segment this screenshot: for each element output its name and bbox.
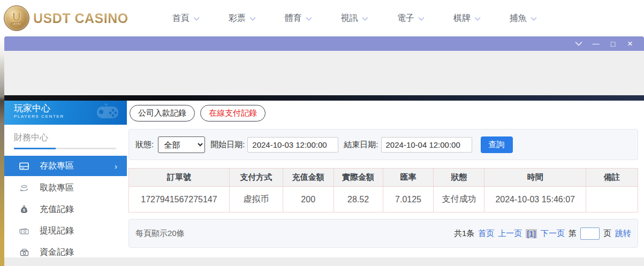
chevron-down-icon: [362, 17, 368, 21]
nav-item-slots[interactable]: 電子: [383, 13, 439, 24]
withdraw-hand-icon: [19, 184, 29, 192]
funds-record-icon: [19, 248, 29, 256]
window-content: 玩家中心 PLAYERS CENTER 財務中心: [4, 101, 644, 266]
prev-page-link[interactable]: 上一页: [498, 229, 522, 239]
menu-label: 提現記錄: [40, 225, 74, 237]
app-window: — □ × 玩家中心 PLAYERS CENTER: [4, 36, 644, 266]
cell-status: 支付成功: [434, 187, 484, 212]
nav-item-sports[interactable]: 體育: [270, 13, 327, 24]
menu-label: 充值記錄: [40, 204, 74, 215]
nav-label: 電子: [397, 13, 414, 24]
col-header-remark: 備註: [586, 169, 638, 187]
svg-text:$: $: [23, 208, 25, 212]
section-divider: [14, 148, 116, 149]
cell-actual-amount: 28.52: [334, 187, 383, 212]
menu-label: 存款專區: [40, 161, 74, 172]
start-date-label: 開始日期:: [210, 140, 245, 150]
main-menu: 首頁 彩票 體育 視訊 電子 棋牌 捕魚: [158, 13, 551, 24]
chevron-down-icon: [193, 17, 200, 21]
cell-time: 2024-10-03 15:46:07: [484, 187, 586, 212]
chevron-down-icon: [474, 17, 481, 21]
current-page-indicator: [1]: [526, 229, 537, 238]
gamepad-icon: [94, 103, 119, 121]
background-image-strip: [0, 36, 4, 266]
table-header-row: 訂單號 支付方式 充值金額 實際金額 匯率 狀態 時間 備註: [129, 169, 638, 187]
chevron-right-icon: ›: [115, 162, 117, 171]
nav-item-fishing[interactable]: 捕魚: [495, 13, 551, 24]
cell-recharge-amount: 200: [283, 187, 334, 212]
end-date-label: 結束日期:: [344, 140, 378, 150]
col-header-status: 狀態: [434, 169, 484, 187]
menu-label: 資金記錄: [40, 247, 74, 258]
chevron-down-icon: [531, 17, 537, 21]
col-header-time: 時間: [484, 169, 586, 187]
brand-logo[interactable]: U CASINO USDT CASINO: [4, 5, 128, 31]
window-minimize-icon[interactable]: —: [587, 36, 604, 51]
nav-label: 棋牌: [453, 13, 471, 24]
col-header-actual-amount: 實際金額: [334, 169, 383, 187]
pager: 共1条 首页 上一页 [1] 下一页 第 页 跳转: [454, 227, 631, 240]
jump-prefix-label: 第: [569, 229, 577, 239]
table-row: 1727941567275147 虚拟币 200 28.52 7.0125 支付…: [129, 187, 638, 212]
nav-label: 捕魚: [510, 13, 527, 24]
sidebar-menu: 存款專區 › 取款專區 $ 充值記錄: [4, 156, 127, 263]
window-maximize-icon[interactable]: □: [604, 36, 622, 51]
nav-item-cards[interactable]: 棋牌: [439, 13, 495, 24]
deposit-card-icon: [19, 162, 29, 170]
nav-label: 彩票: [229, 13, 246, 24]
tab-online-payment-records[interactable]: 在線支付記錄: [200, 105, 266, 121]
sidebar-item-withdrawal-records[interactable]: 提現記錄: [4, 220, 127, 241]
first-page-link[interactable]: 首页: [478, 229, 494, 239]
col-header-exchange-rate: 匯率: [383, 169, 434, 187]
col-header-pay-method: 支付方式: [229, 169, 283, 187]
bottom-strip: [4, 257, 644, 266]
cell-pay-method: 虚拟币: [229, 187, 283, 212]
recharge-moneybag-icon: $: [19, 205, 29, 214]
nav-item-home[interactable]: 首頁: [158, 13, 214, 24]
cell-exchange-rate: 7.0125: [383, 187, 434, 212]
col-header-order-no: 訂單號: [129, 169, 230, 187]
menu-label: 取款專區: [40, 183, 74, 194]
cash-notes-icon: [19, 227, 29, 234]
logo-letter: U: [12, 12, 21, 22]
window-close-icon[interactable]: ×: [622, 36, 639, 51]
window-blank-area: [4, 51, 644, 95]
sidebar-item-deposit-zone[interactable]: 存款專區 ›: [4, 156, 127, 176]
status-select[interactable]: 全部: [158, 136, 205, 153]
logo-sub-label: CASINO: [11, 22, 22, 25]
chevron-down-icon: [249, 17, 256, 21]
end-date-input[interactable]: [381, 137, 472, 153]
cell-remark: [586, 187, 638, 212]
main-panel: 公司入款記錄 在線支付記錄 狀態: 全部 開始日期: 結束日期: 查詢: [128, 101, 638, 248]
status-label: 狀態:: [135, 140, 154, 150]
window-titlebar: — □ ×: [4, 36, 644, 51]
nav-item-live[interactable]: 視訊: [327, 13, 383, 24]
total-count-text: 共1条: [454, 229, 474, 239]
nav-item-lottery[interactable]: 彩票: [214, 13, 270, 24]
chevron-down-icon: [418, 17, 425, 21]
sidebar: 玩家中心 PLAYERS CENTER 財務中心: [4, 101, 127, 257]
jump-suffix-label: 页: [603, 229, 611, 239]
records-table: 訂單號 支付方式 充值金額 實際金額 匯率 狀態 時間 備註 172794156…: [128, 168, 638, 212]
record-tabs: 公司入款記錄 在線支付記錄: [130, 105, 638, 121]
jump-action-link[interactable]: 跳转: [615, 229, 631, 239]
cell-order-no: 1727941567275147: [129, 187, 230, 212]
dark-divider-band: [4, 95, 644, 101]
nav-label: 首頁: [172, 13, 190, 24]
tab-company-deposit-records[interactable]: 公司入款記錄: [130, 105, 195, 121]
nav-label: 視訊: [341, 13, 358, 24]
finance-center-heading: 財務中心: [4, 125, 127, 147]
usdt-logo-icon: U CASINO: [4, 5, 29, 31]
col-header-recharge-amount: 充值金額: [283, 169, 334, 187]
window-collapse-icon[interactable]: [570, 36, 587, 51]
page-jump-input[interactable]: [580, 227, 600, 240]
sidebar-item-withdraw-zone[interactable]: 取款專區: [4, 177, 127, 199]
start-date-input[interactable]: [247, 137, 338, 153]
next-page-link[interactable]: 下一页: [541, 229, 565, 239]
pagination-panel: 每頁顯示20條 共1条 首页 上一页 [1] 下一页 第 页 跳转: [128, 219, 638, 248]
query-button[interactable]: 查詢: [481, 136, 513, 153]
brand-name: USDT CASINO: [33, 11, 128, 26]
sidebar-header: 玩家中心 PLAYERS CENTER: [4, 101, 127, 125]
top-nav: U CASINO USDT CASINO 首頁 彩票 體育 視訊 電子 棋牌: [0, 0, 644, 36]
sidebar-item-recharge-records[interactable]: $ 充值記錄: [4, 199, 127, 220]
